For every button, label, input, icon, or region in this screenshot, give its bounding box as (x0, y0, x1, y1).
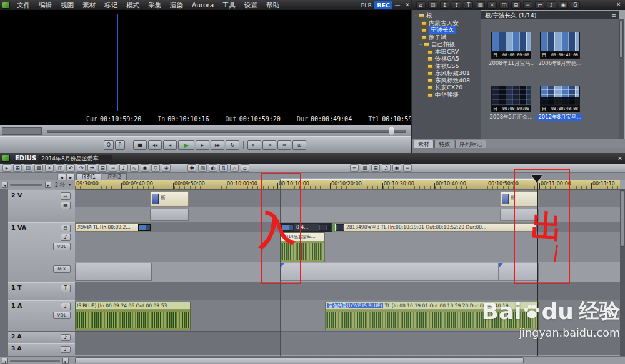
menu-item-settings[interactable]: 设置 (240, 0, 262, 10)
video-enable-icon[interactable]: 目 (61, 192, 71, 200)
bin-scrollbar-handle[interactable] (619, 21, 623, 58)
transition-icon[interactable]: ✚ (188, 164, 196, 172)
bin-tree-item[interactable]: 传祺GA5 (412, 56, 481, 62)
tree-expander-icon[interactable]: − (414, 14, 418, 18)
next-frame-button[interactable]: ▸ (196, 140, 209, 150)
bin-tree-item[interactable]: −自己拍摄 (412, 41, 481, 48)
timeline-hscrollbar-handle[interactable] (75, 357, 524, 363)
dual-view-icon[interactable]: ◫ (499, 1, 509, 9)
scale-dropdown-icon[interactable]: ▾ (69, 182, 71, 187)
insert-mode-icon[interactable]: ⊞ (13, 164, 22, 172)
bin-tree-item-selected[interactable]: 宁波长久 (412, 27, 481, 34)
pattern-icon[interactable]: ▦ (61, 202, 71, 209)
track-collapse-strip[interactable]: ▸▸▸ ▸▸▸ (0, 189, 8, 356)
title-clip[interactable]: 新... (150, 191, 189, 207)
collapse-icon[interactable]: ⊟ (98, 164, 107, 172)
track-header-1t[interactable]: 1 T T (8, 282, 75, 300)
zoom-out-button[interactable]: ◂ (2, 182, 8, 188)
title-icon[interactable]: T (464, 1, 473, 9)
music-icon[interactable]: ♫ (382, 164, 391, 172)
export-button[interactable]: ⊞ (292, 140, 306, 150)
menu-item-marker[interactable]: 标记 (100, 0, 122, 10)
audio-enable-icon[interactable]: ♪ (61, 346, 71, 353)
trim-icon[interactable]: ◫ (56, 164, 64, 172)
sort-icon[interactable]: ⇅ (219, 164, 228, 172)
list-icon[interactable]: ≡ (523, 1, 532, 9)
title-track-icon[interactable]: T (61, 285, 71, 292)
goto-out-button[interactable]: ⇥ (262, 140, 276, 150)
track-header-3a[interactable]: 3 A ♪ (8, 343, 75, 355)
menu-item-view[interactable]: 视图 (56, 0, 78, 10)
tab-effects[interactable]: 特效 (434, 140, 454, 148)
mark-out-button[interactable]: P (115, 140, 125, 150)
wave-icon[interactable]: ≈ (350, 164, 359, 172)
track-header-2v[interactable]: 2 V 目 ▦ (8, 190, 75, 222)
bin-clip-thumbnail[interactable]: 日00:00:09:00 2008年11月宝马... (489, 32, 534, 67)
zoom-in-button[interactable]: ▸ (45, 182, 51, 188)
folder-icon[interactable]: ▤ (428, 1, 438, 9)
timeline-vscrollbar[interactable] (620, 189, 625, 356)
minimize-button[interactable]: — (392, 0, 402, 10)
grid-icon[interactable]: ▦ (361, 164, 369, 172)
audio-clip-1[interactable]: IS BLUE) [In:00:09:24:06 Out:00:09:53... (75, 302, 191, 330)
mix-button[interactable]: MIX (53, 265, 71, 273)
audio-icon[interactable]: ♪ (547, 1, 556, 9)
audio-enable-icon[interactable]: ♪ (61, 234, 71, 241)
tree-expander-icon[interactable]: − (419, 42, 423, 47)
menu-item-help[interactable]: 帮助 (262, 0, 284, 10)
bin-clip-thumbnail[interactable]: 日00:00:41:06 2006年8月奔驰... (538, 32, 582, 67)
vol-button[interactable]: VOL (53, 243, 71, 250)
mixer-icon[interactable]: ◐ (209, 164, 218, 172)
up-icon[interactable]: ↥ (440, 1, 449, 9)
record-icon[interactable]: ◉ (559, 1, 568, 9)
pattern-icon[interactable]: ▨ (198, 164, 207, 172)
collapse-icon[interactable]: ⊟ (511, 1, 521, 9)
cut-icon[interactable]: ✕ (488, 1, 497, 9)
scroll-right-button[interactable]: ▸ (62, 358, 69, 364)
audio-enable-icon[interactable]: ♪ (61, 334, 71, 341)
bin-scrollbar[interactable] (619, 19, 624, 139)
bin-tree-item-root[interactable]: −根 (412, 12, 481, 19)
menu-item-clip[interactable]: 素材 (78, 0, 100, 10)
timeline-hscrollbar[interactable]: ◂ ▸ (0, 356, 625, 364)
track-header-2a[interactable]: 2 A ♪ (8, 332, 75, 343)
prev-frame-button[interactable]: ◂ (163, 140, 177, 150)
menu-item-render[interactable]: 渲染 (166, 0, 188, 10)
sync-icon[interactable]: G (571, 1, 580, 9)
pointer-tool-icon[interactable]: ▸ (2, 164, 11, 172)
delete-icon[interactable]: ✕ (45, 164, 54, 172)
timeline-zoom-bar[interactable] (10, 360, 60, 362)
timeline-vscrollbar-handle[interactable] (621, 190, 624, 247)
bin-tree-item[interactable]: 中华骏捷 (412, 92, 481, 99)
menu-item-file[interactable]: 文件 (12, 0, 34, 10)
tab-clips[interactable]: 素材 (414, 140, 434, 148)
shuttle-box[interactable] (2, 127, 42, 135)
list-button[interactable]: ≡ (278, 140, 291, 150)
play-button[interactable]: ▶ (178, 140, 194, 150)
mark-in-button[interactable]: Q (104, 140, 114, 150)
menu-icon[interactable]: ≡ (109, 164, 118, 172)
position-slider[interactable] (47, 130, 406, 133)
bin-clip-thumbnail-selected[interactable]: 日00:00:40:08 2012年8月宝马... (538, 86, 582, 121)
close-button[interactable]: ✕ (615, 155, 625, 162)
bin-menu-icon[interactable]: ≡ (611, 11, 616, 19)
bin-clip-thumbnail[interactable]: 日00:00:09:00 2008年5月汇众... (489, 86, 534, 121)
rewind-button[interactable]: ◂◂ (148, 140, 162, 150)
goto-in-button[interactable]: ⇤ (248, 140, 261, 150)
vol-button[interactable]: VOL (53, 312, 71, 319)
tab-sequence-1[interactable]: 序列1 (76, 173, 101, 180)
mixer-block[interactable] (75, 263, 152, 281)
bin-tree-item[interactable]: 长安CX20 (412, 84, 481, 91)
grid-icon[interactable]: ▦ (476, 1, 485, 9)
va-clip-1[interactable]: 思坦纳 TL [In:00:09:2... (75, 223, 152, 232)
loop-button[interactable]: ↻ (226, 140, 239, 150)
scale-label[interactable]: 2 秒 (55, 182, 65, 189)
audio-icon[interactable]: ♪ (119, 164, 128, 172)
stop-button[interactable]: ■ (133, 140, 147, 150)
video-enable-icon[interactable]: 目 (61, 225, 71, 232)
home-icon[interactable]: ⌂ (416, 1, 426, 9)
zoom-slider[interactable] (10, 184, 42, 186)
swap-icon[interactable]: ⇄ (535, 1, 544, 9)
tab-sequence-2[interactable]: 序列2 (102, 173, 127, 180)
menu-item-tools[interactable]: 工具 (218, 0, 240, 10)
